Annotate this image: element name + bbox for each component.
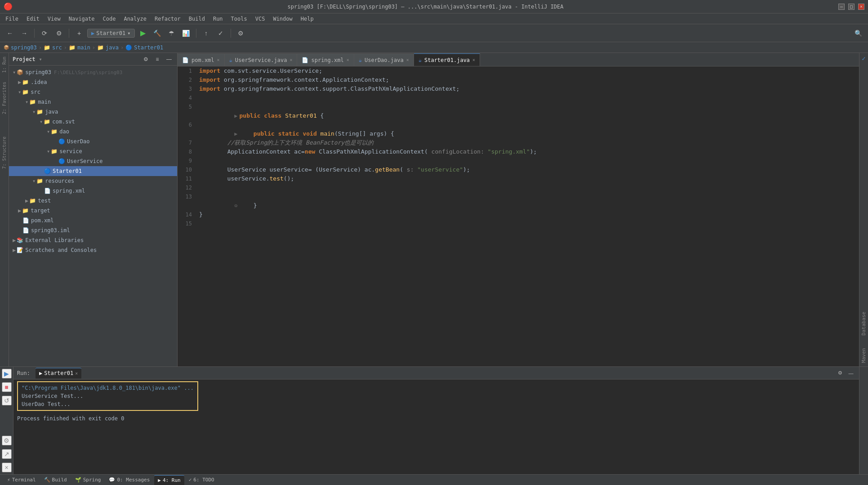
toolbar: ← → ⟳ ⚙ + ▶ Starter01 ▾ ▶ 🔨 ☂ 📊 ↑ ✓ ⚙ 🔍 — [0, 24, 868, 42]
code-line-8: 8 ApplicationContext ac=new ClassPathXml… — [178, 147, 859, 156]
project-dropdown-icon[interactable]: ▾ — [39, 56, 42, 62]
toolbar-tab-terminal[interactable]: ⚡ Terminal — [4, 475, 40, 485]
toolbar-tab-spring[interactable]: 🌱 Spring — [71, 475, 105, 485]
toolbar-settings-button[interactable]: ⚙ — [53, 27, 65, 40]
tab-favorites-vertical[interactable]: 2: Favorites — [2, 82, 7, 114]
tree-item-dao[interactable]: ▾ 📁 dao — [9, 127, 177, 137]
project-settings-button[interactable]: ⚙ — [141, 55, 150, 64]
toolbar-recent-button[interactable]: ⟳ — [38, 27, 51, 40]
nav-spring03[interactable]: spring03 — [11, 44, 37, 51]
settings2-button[interactable]: ⚙ — [235, 27, 247, 40]
console-area[interactable]: "C:\Program Files\Java\jdk1.8.0_181\bin\… — [13, 379, 859, 474]
menu-tools[interactable]: Tools — [227, 15, 251, 23]
tree-item-resources[interactable]: ▾ 📁 resources — [9, 176, 177, 186]
tab-structure-vertical[interactable]: 7: Structure — [2, 137, 7, 169]
tab-run-vertical[interactable]: 1: Run — [2, 57, 7, 73]
code-editor[interactable]: 1 import com.svt.service.UserService; 2 … — [178, 66, 859, 366]
build-button[interactable]: 🔨 — [151, 27, 164, 40]
nav-src[interactable]: src — [52, 44, 62, 51]
commit-button[interactable]: ✓ — [214, 27, 227, 40]
tree-item-spring03[interactable]: ▾ 📦 spring03 F:\DELL\Spring\spring03 — [9, 67, 177, 77]
line-content-11: userService.test(); — [196, 174, 859, 183]
menu-file[interactable]: File — [2, 15, 22, 23]
menu-help[interactable]: Help — [297, 15, 317, 23]
menu-edit[interactable]: Edit — [23, 15, 43, 23]
menu-analyze[interactable]: Analyze — [120, 15, 150, 23]
update-button[interactable]: ↑ — [200, 27, 213, 40]
tree-item-src[interactable]: ▾ 📁 src — [9, 87, 177, 97]
close-button[interactable]: × — [858, 4, 864, 10]
menu-view[interactable]: View — [44, 15, 64, 23]
settings-bottom-button[interactable]: ⚙ — [836, 369, 845, 378]
bottom-tab-run[interactable]: ▶ Starter01 × — [36, 368, 81, 379]
tree-item-userdao[interactable]: 🔵 UserDao — [9, 137, 177, 146]
tab-close-starter01[interactable]: × — [472, 57, 475, 62]
tree-item-java[interactable]: ▾ 📁 java — [9, 107, 177, 117]
close-action-button[interactable]: × — [2, 463, 12, 472]
tab-close-userservice[interactable]: × — [289, 57, 292, 62]
toolbar-tab-run[interactable]: ▶ 4: Run — [154, 475, 184, 485]
run-tab-close[interactable]: × — [75, 371, 78, 376]
menu-refactor[interactable]: Refactor — [151, 15, 184, 23]
tab-close-userdao[interactable]: × — [406, 57, 409, 62]
nav-main[interactable]: main — [77, 44, 90, 51]
tree-item-idea[interactable]: ▶ 📁 .idea — [9, 77, 177, 87]
tree-item-pomxml[interactable]: 📄 pom.xml — [9, 216, 177, 225]
code-line-13: 13 ⊖ } — [178, 192, 859, 210]
folder-icon-test: 📁 — [29, 198, 36, 204]
nav-starter01[interactable]: Starter01 — [134, 44, 163, 51]
toolbar-tab-build[interactable]: 🔨 Build — [40, 475, 71, 485]
tree-item-scratches[interactable]: ▶ 📝 Scratches and Consoles — [9, 245, 177, 255]
tab-close-springxml[interactable]: × — [347, 57, 349, 62]
tree-item-main[interactable]: ▾ 📁 main — [9, 97, 177, 107]
toolbar-forward-button[interactable]: → — [18, 27, 31, 40]
tab-starter01[interactable]: ☕ Starter01.java × — [414, 53, 480, 66]
run-tab-icon: ▶ — [39, 370, 42, 376]
external-action-button[interactable]: ↗ — [2, 449, 12, 459]
toolbar-tab-todo[interactable]: ✓ 6: TODO — [185, 475, 218, 485]
tree-item-starter01[interactable]: 🔵 Starter01 — [9, 166, 177, 176]
menu-vcs[interactable]: VCS — [252, 15, 269, 23]
coverage-button[interactable]: ☂ — [165, 27, 178, 40]
project-hide-button[interactable]: — — [165, 55, 174, 64]
line-content-5: ▶public class Starter01 { — [196, 102, 859, 120]
menu-code[interactable]: Code — [99, 15, 120, 23]
menu-run[interactable]: Run — [209, 15, 227, 23]
tab-close-pomxml[interactable]: × — [217, 57, 220, 62]
minimize-button[interactable]: – — [838, 4, 845, 10]
tree-item-comsvt[interactable]: ▾ 📁 com.svt — [9, 117, 177, 127]
tab-springxml[interactable]: 📄 spring.xml × — [297, 53, 354, 66]
tab-userservice[interactable]: ☕ UserService.java × — [225, 53, 298, 66]
project-layout-button[interactable]: ≡ — [153, 55, 162, 64]
nav-java[interactable]: java — [106, 44, 119, 51]
menu-navigate[interactable]: Navigate — [65, 15, 98, 23]
tree-item-service[interactable]: ▾ 📁 service — [9, 146, 177, 156]
stop-action-button[interactable]: ■ — [2, 382, 12, 392]
maven-tab[interactable]: Maven — [859, 346, 868, 365]
run-action-button[interactable]: ▶ — [2, 369, 12, 379]
tree-item-target[interactable]: ▶ 📁 target — [9, 206, 177, 216]
maximize-button[interactable]: □ — [848, 4, 855, 10]
tab-pomxml[interactable]: 📄 pom.xml × — [178, 53, 225, 66]
toolbar-tab-messages[interactable]: 💬 0: Messages — [105, 475, 153, 485]
toolbar-back-button[interactable]: ← — [4, 27, 16, 40]
run-button[interactable]: ▶ — [137, 27, 149, 40]
bottom-right-sidebar — [859, 367, 868, 474]
tree-item-userservice[interactable]: 🔵 UserService — [9, 156, 177, 166]
tree-item-iml[interactable]: 📄 spring03.iml — [9, 225, 177, 235]
run-config-selector[interactable]: ▶ Starter01 ▾ — [87, 29, 135, 38]
tab-icon-starter01: ☕ — [418, 57, 422, 63]
profile-button[interactable]: 📊 — [180, 27, 192, 40]
menu-build[interactable]: Build — [185, 15, 209, 23]
menu-window[interactable]: Window — [269, 15, 296, 23]
toolbar-add-config-button[interactable]: + — [73, 27, 85, 40]
tree-item-ext-libs[interactable]: ▶ 📚 External Libraries — [9, 235, 177, 245]
rerun-action-button[interactable]: ↺ — [2, 396, 12, 406]
tree-item-springxml[interactable]: 📄 spring.xml — [9, 186, 177, 196]
search-everywhere-button[interactable]: 🔍 — [852, 27, 864, 40]
tree-item-test[interactable]: ▶ 📁 test — [9, 196, 177, 206]
settings-action-button[interactable]: ⚙ — [2, 436, 12, 445]
tab-userdao[interactable]: ☕ UserDao.java × — [354, 53, 414, 66]
hide-bottom-button[interactable]: — — [846, 369, 855, 378]
database-tab[interactable]: Database — [859, 310, 868, 337]
